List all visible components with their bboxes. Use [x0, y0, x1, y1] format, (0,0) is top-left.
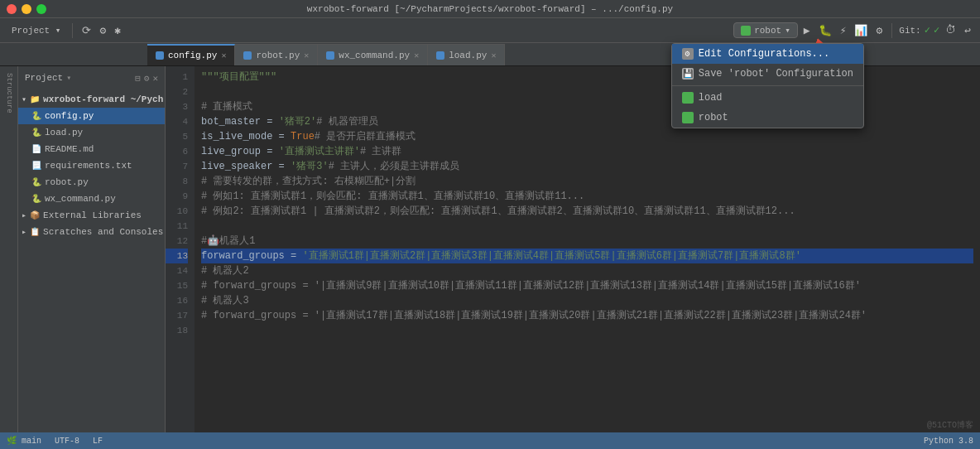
- py-file-icon-2: 🐍: [31, 128, 41, 138]
- debug-button[interactable]: 🐛: [816, 22, 834, 39]
- git-check2: ✓: [934, 24, 939, 36]
- tab-close-config[interactable]: ✕: [221, 51, 226, 60]
- dropdown-item-edit-config[interactable]: ⚙ Edit Configurations...: [672, 44, 863, 64]
- py-icon-4: [436, 51, 444, 60]
- sidebar-header-icons: ⊟ ⚙ ✕: [135, 73, 158, 84]
- robot-icon: [682, 112, 694, 123]
- tree-item-scratches[interactable]: ▸ 📋 Scratches and Consoles: [18, 224, 165, 240]
- git-rollback-icon[interactable]: ↩: [962, 22, 973, 39]
- code-line-15: # forward_groups = '|直播测试9群|直播测试10群|直播测试…: [201, 278, 973, 293]
- status-bar: 🌿 main UTF-8 LF Python 3.8: [0, 432, 980, 449]
- dropdown-item-robot[interactable]: robot: [672, 108, 863, 128]
- tab-label-load: load.py: [449, 51, 487, 60]
- py-file-icon-4: 🐍: [31, 194, 41, 204]
- sidebar-collapse-icon[interactable]: ⊟: [135, 73, 141, 84]
- tree-item-config-py[interactable]: 🐍 config.py: [18, 108, 165, 124]
- dropdown-separator: [672, 85, 863, 86]
- folder-icon: 📁: [30, 94, 40, 104]
- main-toolbar: Project ▾ ⟳ ⚙ ✱ robot ▾ ▶ 🐛 ⚡ 📊 ⚙ Git: ✓…: [0, 18, 980, 43]
- folder-closed-icon: ▸: [22, 210, 26, 220]
- settings-icon[interactable]: ⚙: [97, 22, 108, 39]
- sidebar-title: Project: [25, 73, 63, 83]
- tree-label-wx-command: wx_command.py: [45, 194, 116, 204]
- git-check1: ✓: [925, 24, 930, 36]
- tab-label-robot: robot.py: [256, 51, 300, 60]
- tab-config-py[interactable]: config.py ✕: [147, 44, 235, 65]
- code-line-16: # 机器人3: [201, 293, 973, 308]
- py-icon-3: [326, 51, 334, 60]
- code-line-6: live_group = '直播测试主讲群' # 主讲群: [201, 144, 973, 159]
- minimize-button[interactable]: [22, 4, 31, 14]
- tree-item-root[interactable]: ▾ 📁 wxrobot-forward ~/Pych: [18, 91, 165, 108]
- run-config-label: robot: [754, 26, 781, 36]
- sidebar-close-icon[interactable]: ✕: [152, 73, 158, 84]
- project-sidebar: Project ▾ ⊟ ⚙ ✕ ▾ 📁 wxrobot-forward ~/Py…: [18, 66, 166, 449]
- code-line-11: [201, 219, 973, 234]
- line-numbers: 12345 678910 1112131415 161718: [166, 66, 195, 449]
- project-dropdown-btn[interactable]: Project ▾: [7, 23, 65, 37]
- tree-item-external-libs[interactable]: ▸ 📦 External Libraries: [18, 207, 165, 224]
- gear-icon[interactable]: ✱: [112, 22, 123, 39]
- dropdown-item-save-config[interactable]: 💾 Save 'robot' Configuration: [672, 64, 863, 84]
- tab-robot-py[interactable]: robot.py ✕: [235, 44, 318, 65]
- toolbar-separator: [72, 23, 73, 38]
- scratches-icon: ▸: [22, 227, 26, 237]
- tree-item-load-py[interactable]: 🐍 load.py: [18, 124, 165, 141]
- tab-close-wx[interactable]: ✕: [414, 51, 419, 60]
- dropdown-item-load[interactable]: load: [672, 88, 863, 108]
- tab-load-py[interactable]: load.py ✕: [428, 44, 505, 65]
- tab-label-wx: wx_command.py: [339, 51, 410, 60]
- status-encoding: UTF-8: [55, 437, 79, 446]
- tree-label-load: load.py: [45, 128, 83, 138]
- run-config-arrow: ▾: [785, 25, 790, 36]
- sync-icon[interactable]: ⟳: [79, 22, 94, 39]
- sidebar-dropdown-icon[interactable]: ▾: [66, 73, 71, 83]
- tree-label-robot: robot.py: [45, 177, 89, 187]
- code-line-7: live_speaker = '猪哥3' # 主讲人，必须是主讲群成员: [201, 159, 973, 174]
- code-line-14: # 机器人2: [201, 263, 973, 278]
- tree-label-readme: README.md: [45, 144, 94, 154]
- title-bar: wxrobot-forward [~/PycharmProjects/wxrob…: [0, 0, 980, 18]
- txt-file-icon: 📃: [31, 161, 41, 171]
- lib-icon: 📦: [30, 210, 40, 220]
- code-line-12: #🤖机器人1: [201, 234, 973, 249]
- code-line-10: # 例如2: 直播测试群1 | 直播测试群2，则会匹配: 直播测试群1、直播测试…: [201, 204, 973, 219]
- profile-button[interactable]: 📊: [852, 22, 870, 39]
- tab-close-load[interactable]: ✕: [491, 51, 496, 60]
- scratches-folder-icon: 📋: [30, 227, 40, 237]
- py-file-icon-3: 🐍: [31, 177, 41, 187]
- dropdown-label-robot: robot: [699, 112, 728, 123]
- md-file-icon: 📄: [31, 144, 41, 154]
- tab-close-robot[interactable]: ✕: [304, 51, 309, 60]
- structure-tab[interactable]: Structure: [3, 70, 15, 117]
- load-icon: [682, 92, 694, 104]
- toolbar-right: robot ▾ ▶ 🐛 ⚡ 📊 ⚙ Git: ✓ ✓ ⏱ ↩: [733, 22, 973, 39]
- tree-item-wx-command-py[interactable]: 🐍 wx_command.py: [18, 191, 165, 207]
- edit-config-icon: ⚙: [682, 48, 694, 60]
- coverage-button[interactable]: ⚡: [838, 22, 849, 39]
- folder-open-icon: ▾: [22, 94, 26, 104]
- tree-item-readme[interactable]: 📄 README.md: [18, 141, 165, 157]
- sidebar-header: Project ▾ ⊟ ⚙ ✕: [18, 66, 165, 89]
- tree-item-requirements[interactable]: 📃 requirements.txt: [18, 157, 165, 174]
- tree-root-label: wxrobot-forward ~/Pych: [43, 94, 163, 104]
- dropdown-label-edit: Edit Configurations...: [699, 48, 829, 60]
- run-config-icon: [741, 26, 751, 36]
- run-button[interactable]: ▶: [801, 22, 813, 39]
- sidebar-settings-icon[interactable]: ⚙: [144, 73, 150, 84]
- tree-label-config: config.py: [45, 111, 94, 121]
- py-icon: [156, 51, 164, 60]
- close-button[interactable]: [7, 4, 17, 14]
- dropdown-label-load: load: [699, 92, 723, 104]
- git-history-icon[interactable]: ⏱: [943, 22, 958, 38]
- tab-wx-command-py[interactable]: wx_command.py ✕: [318, 44, 428, 65]
- status-branch: 🌿 main: [7, 436, 41, 446]
- code-line-13: forward_groups = '直播测试1群|直播测试2群|直播测试3群|直…: [201, 249, 973, 263]
- maximize-button[interactable]: [36, 4, 46, 14]
- git-label: Git:: [899, 26, 920, 36]
- concurrency-button[interactable]: ⚙: [873, 22, 885, 39]
- run-config-button[interactable]: robot ▾: [733, 22, 798, 38]
- status-python: Python 3.8: [924, 437, 973, 446]
- py-file-icon: 🐍: [31, 111, 41, 121]
- tree-item-robot-py[interactable]: 🐍 robot.py: [18, 174, 165, 191]
